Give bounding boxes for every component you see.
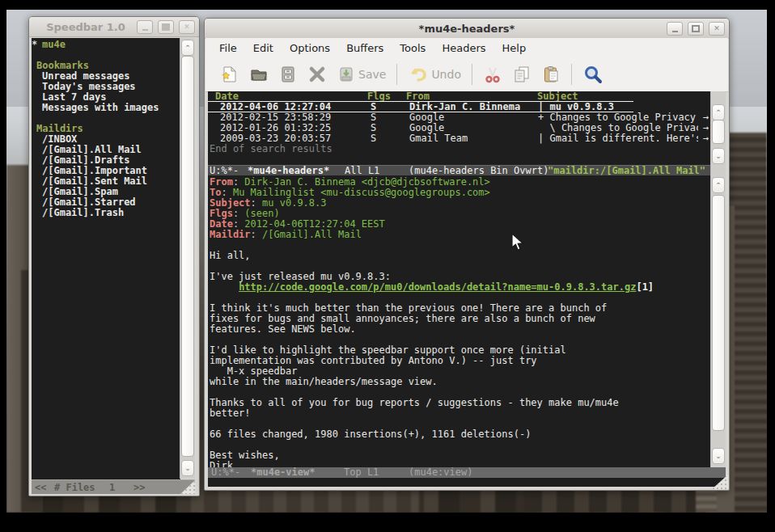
field-value: 2012-04-06T12:27:04 EEST (244, 218, 384, 230)
menu-help[interactable]: Help (495, 40, 534, 56)
close-button[interactable]: ✕ (179, 20, 195, 34)
body-text: Hi all, (210, 250, 251, 261)
scrollbar-thumb[interactable] (181, 56, 194, 457)
message-body-line: while in the main/headers/message view. (208, 377, 711, 387)
save-button[interactable]: Save (332, 63, 391, 86)
headers-scroll-up-button[interactable]: ⌃ (712, 104, 725, 120)
field-label: From (210, 176, 233, 188)
maximize-button[interactable] (158, 20, 174, 34)
minimize-button[interactable] (667, 22, 683, 36)
body-text: I've just released mu v0.9.8.3: (210, 271, 391, 282)
toolbar: Save Undo (205, 57, 728, 92)
speedbar-scrollbar[interactable]: ⌃ ⌄ (180, 38, 195, 479)
speedbar-next-button[interactable]: >> (133, 482, 145, 493)
speedbar-titlebar[interactable]: Speedbar 1.0 ✕ (29, 17, 199, 37)
mu4e-scroll-column: ⌃ ⌄ ⌃ ⌄ (710, 91, 726, 467)
view-modeline: U:%*- *mu4e-view* Top L1 (mu4e:view) (208, 467, 726, 478)
cut-button[interactable] (478, 63, 507, 86)
undo-icon (408, 65, 429, 84)
message-body-line: 66 files changed, 1980 insertions(+), 11… (208, 429, 711, 440)
toolbar-separator (396, 64, 397, 85)
copy-icon (512, 65, 531, 84)
close-button[interactable]: ✕ (709, 22, 725, 36)
field-value: Dirk-Jan C. Binnema <djcb@djcbsoftware.n… (244, 176, 489, 188)
download-link[interactable]: http://code.google.com/p/mu0/downloads/d… (239, 281, 636, 293)
menu-bar: FileEditOptionsBuffersToolsHeadersHelp (205, 38, 728, 58)
link-footnote-ref: [1] (636, 281, 654, 293)
body-text: implementation was contributed by Antono… (210, 355, 537, 366)
message-scrollbar-thumb[interactable] (712, 195, 725, 431)
undo-button[interactable]: Undo (403, 63, 466, 86)
speedbar-root-marker: * (32, 40, 37, 50)
headers-pane: DateFlgsFromSubject2012-04-06 12:27:04SD… (208, 91, 711, 165)
modeline-position: Top L1 (344, 467, 379, 478)
new-message-button[interactable] (215, 63, 244, 86)
paste-button[interactable] (536, 63, 565, 86)
mu4e-window: *mu4e-headers* ✕ FileEditOptionsBuffersT… (204, 18, 730, 491)
headers-scroll-down-button[interactable]: ⌄ (712, 148, 725, 164)
body-text: fixes for bugs and small annoyances; the… (210, 313, 595, 324)
cell-subject: + Changes to Google Privacy (538, 112, 698, 123)
end-of-results-text: End of search results (208, 144, 711, 154)
close-file-button[interactable] (303, 63, 332, 86)
resize-grip[interactable] (180, 480, 195, 494)
message-body-line: Thanks to all of you for bug reports / s… (208, 398, 711, 408)
message-body-line (208, 240, 711, 251)
message-scroll-up-button[interactable]: ⌃ (712, 177, 725, 193)
mu4e-titlebar[interactable]: *mu4e-headers* ✕ (205, 19, 729, 39)
copy-button[interactable] (507, 63, 536, 86)
speedbar-item[interactable]: Messages with images (32, 103, 180, 113)
scroll-up-button[interactable]: ⌃ (181, 40, 194, 56)
field-separator: : (233, 218, 244, 230)
speedbar-prev-button[interactable]: << (35, 482, 46, 493)
field-value: /[Gmail].All Mail (262, 229, 362, 240)
save-as-button[interactable] (273, 63, 303, 86)
cell-subject: | Gmail is different. Here's (538, 133, 698, 144)
message-header-field: Maildir: /[Gmail].All Mail (208, 230, 711, 240)
save-label: Save (358, 68, 386, 81)
maximize-icon (692, 25, 700, 32)
chevron-down-icon: ⌄ (184, 464, 191, 472)
menu-options[interactable]: Options (282, 40, 337, 56)
menu-headers[interactable]: Headers (434, 40, 493, 56)
modeline-buffer-name: *mu4e-view* (251, 467, 315, 478)
echo-area (208, 478, 726, 487)
field-value: (seen) (244, 208, 279, 219)
speedbar-item[interactable]: /[Gmail].Trash (32, 208, 180, 218)
modeline-modes: (mu4e:view) (409, 467, 472, 478)
scroll-down-button[interactable]: ⌄ (181, 460, 194, 476)
body-text: I think it's much better than the previo… (210, 302, 607, 314)
message-body-line (208, 440, 711, 450)
field-separator: : (233, 208, 244, 219)
save-icon (337, 65, 356, 84)
field-label: Maildir (210, 229, 251, 240)
body-text: 66 files changed, 1980 insertions(+), 11… (210, 429, 531, 440)
body-text: M-x speedbar (210, 365, 297, 377)
menu-file[interactable]: File (212, 40, 244, 56)
minimize-button[interactable] (137, 20, 153, 34)
blank-line (32, 218, 180, 229)
search-button[interactable] (578, 62, 608, 87)
menu-buffers[interactable]: Buffers (339, 40, 391, 56)
headers-modeline: U:%*- *mu4e-headers* All L1 (mu4e-header… (208, 165, 711, 176)
close-icon: ✕ (714, 25, 720, 32)
open-button[interactable] (244, 63, 273, 86)
message-body-line: Hi all, (208, 251, 711, 261)
message-body-line: better! (208, 408, 711, 419)
body-text: features. See NEWS below. (210, 323, 356, 335)
chevron-up-icon: ⌃ (715, 108, 722, 116)
speedbar-root-mu4e[interactable]: mu4e* (32, 40, 180, 50)
body-text: Thanks to all of you for bug reports / s… (210, 397, 619, 408)
cell-from: Gmail Team (409, 133, 468, 144)
speedbar-files-label: # Files (54, 482, 95, 493)
toolbar-separator (571, 64, 572, 85)
menu-tools[interactable]: Tools (392, 40, 433, 56)
chevron-up-icon: ⌃ (184, 44, 191, 52)
scissors-icon (483, 65, 502, 84)
maximize-button[interactable] (688, 22, 704, 36)
field-value: mu v0.9.8.3 (262, 197, 326, 209)
menu-edit[interactable]: Edit (246, 40, 281, 56)
field-label: Subject (210, 197, 251, 209)
headers-scrollbar-thumb[interactable] (712, 120, 725, 144)
message-scroll-down-button[interactable]: ⌄ (712, 448, 725, 464)
